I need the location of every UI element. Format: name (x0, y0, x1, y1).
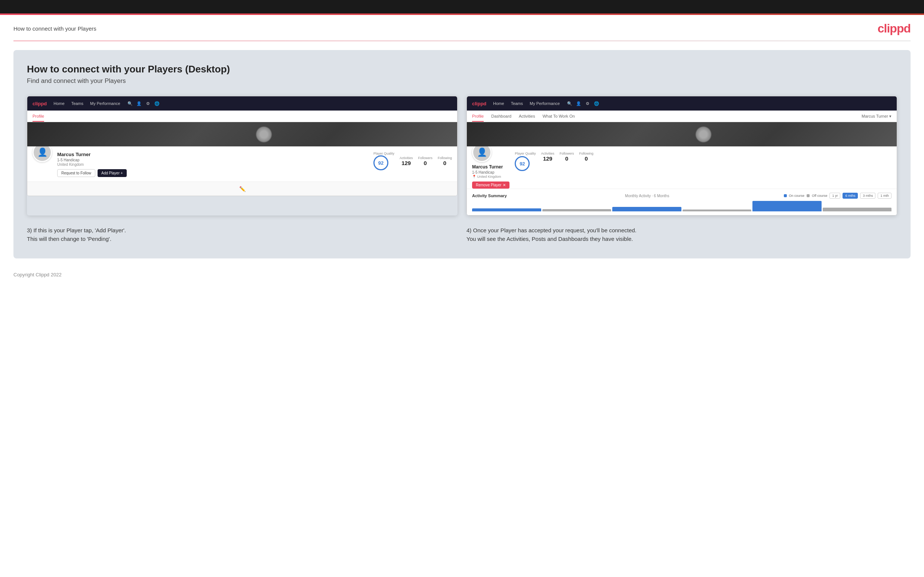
main-title: How to connect with your Players (Deskto… (27, 63, 897, 75)
activity-summary: Activity Summary Monthly Activity · 6 Mo… (467, 189, 897, 215)
settings-icon-right[interactable]: ⚙ (585, 100, 591, 106)
profile-buttons-left: Request to Follow Add Player + (57, 169, 368, 177)
activity-header: Activity Summary Monthly Activity · 6 Mo… (472, 193, 892, 199)
tab-activities-right[interactable]: Activities (519, 111, 535, 122)
filter-6mths-button[interactable]: 6 mths (843, 193, 858, 199)
nav-icons-left: 🔍 👤 ⚙ 🌐 (127, 100, 160, 106)
profile-area-right: 👤 Marcus Turner 1-5 Handicap 📍 United Ki… (467, 147, 897, 189)
profile-left-col: 👤 Marcus Turner 1-5 Handicap 📍 United Ki… (472, 150, 509, 189)
user-icon[interactable]: 👤 (136, 100, 142, 106)
caption-left: 3) If this is your Player tap, 'Add Play… (27, 226, 457, 243)
caption-right: 4) Once your Player has accepted your re… (467, 226, 897, 243)
bar-5 (753, 201, 822, 211)
pencil-area: ✏️ (27, 182, 457, 196)
main-content: How to connect with your Players (Deskto… (13, 50, 911, 258)
hero-banner-right (467, 122, 897, 147)
following-stat-right: Following 0 (579, 152, 593, 162)
tab-dashboard-right[interactable]: Dashboard (491, 111, 511, 122)
search-icon[interactable]: 🔍 (127, 100, 133, 106)
copyright-text: Copyright Clippd 2022 (13, 272, 62, 277)
activities-stat-left: Activities 129 (400, 156, 413, 166)
player-name-left: Marcus Turner (57, 152, 368, 157)
off-course-legend-label: Off course (812, 194, 827, 198)
user-icon-right[interactable]: 👤 (576, 100, 582, 106)
profile-info-left: Marcus Turner 1-5 Handicap United Kingdo… (57, 150, 368, 177)
description-right: 4) Once your Player has accepted your re… (467, 226, 897, 243)
bar-3 (612, 207, 682, 211)
screenshot-left: clippd Home Teams My Performance 🔍 👤 ⚙ 🌐… (27, 96, 457, 216)
nav-teams-left[interactable]: Teams (71, 101, 83, 106)
followers-stat-left: Followers 0 (418, 156, 433, 166)
player-handicap-right: 1-5 Handicap (472, 170, 509, 174)
mock-browser-right: clippd Home Teams My Performance 🔍 👤 ⚙ 🌐… (467, 96, 897, 216)
clippd-logo: clippd (878, 22, 911, 35)
bar-2 (542, 209, 612, 211)
tab-profile-right[interactable]: Profile (472, 111, 484, 122)
remove-player-button[interactable]: Remove Player ✕ (472, 182, 509, 189)
stats-row-left: Player Quality 92 Activities 129 Followe… (373, 150, 452, 170)
page-footer: Copyright Clippd 2022 (0, 268, 924, 282)
player-quality-left: Player Quality 92 (373, 152, 394, 170)
navbar-left: clippd Home Teams My Performance 🔍 👤 ⚙ 🌐 (27, 96, 457, 111)
quality-circle-right: 92 (515, 156, 530, 171)
on-course-legend-dot (784, 194, 787, 197)
player-location-right: 📍 United Kingdom (472, 175, 509, 179)
nav-teams-right[interactable]: Teams (511, 101, 523, 106)
activity-filters: On course Off course 1 yr 6 mths 3 mths … (784, 193, 892, 199)
nav-home-right[interactable]: Home (493, 101, 504, 106)
tab-what-to-work-on-right[interactable]: What To Work On (542, 111, 575, 122)
settings-icon[interactable]: ⚙ (145, 100, 151, 106)
header-divider (13, 41, 911, 41)
globe-icon[interactable]: 🌐 (154, 100, 160, 106)
nav-home-left[interactable]: Home (53, 101, 64, 106)
nav-my-performance-right[interactable]: My Performance (530, 101, 560, 106)
description-row: 3) If this is your Player tap, 'Add Play… (27, 226, 897, 243)
player-handicap-left: 1-5 Handicap (57, 158, 368, 162)
tab-profile-left[interactable]: Profile (32, 111, 44, 122)
player-name-dropdown[interactable]: Marcus Turner ▾ (862, 114, 892, 119)
nav-logo-right: clippd (472, 101, 486, 106)
profile-area-left: 👤 Marcus Turner 1-5 Handicap United King… (27, 147, 457, 182)
screenshots-row: clippd Home Teams My Performance 🔍 👤 ⚙ 🌐… (27, 96, 897, 216)
bar-6 (823, 208, 892, 211)
filter-1mth-button[interactable]: 1 mth (878, 193, 892, 199)
mock-browser-left: clippd Home Teams My Performance 🔍 👤 ⚙ 🌐… (27, 96, 457, 196)
nav-logo-left: clippd (32, 101, 47, 106)
nav-icons-right: 🔍 👤 ⚙ 🌐 (567, 100, 599, 106)
filter-3mths-button[interactable]: 3 mths (860, 193, 876, 199)
quality-label-left: Player Quality (373, 152, 394, 155)
player-location-left: United Kingdom (57, 163, 368, 166)
tabs-bar-left: Profile (27, 111, 457, 122)
activity-title: Activity Summary (472, 193, 507, 198)
avatar-icon-left: 👤 (37, 148, 47, 157)
profile-right-col: Player Quality 92 Activities 129 Followe… (515, 150, 892, 171)
on-course-legend-label: On course (789, 194, 805, 198)
screenshot-right: clippd Home Teams My Performance 🔍 👤 ⚙ 🌐… (467, 96, 897, 216)
remove-x-icon: ✕ (503, 183, 506, 187)
activity-chart (472, 201, 892, 211)
breadcrumb: How to connect with your Players (13, 26, 97, 32)
navbar-right: clippd Home Teams My Performance 🔍 👤 ⚙ 🌐 (467, 96, 897, 111)
bar-4 (683, 210, 752, 211)
filter-1yr-button[interactable]: 1 yr (829, 193, 840, 199)
followers-stat-right: Followers 0 (560, 152, 574, 162)
player-quality-right: Player Quality 92 (515, 152, 536, 171)
remove-player-button-wrap: Remove Player ✕ (472, 182, 509, 189)
page-subtitle: Find and connect with your Players (27, 77, 897, 85)
avatar-icon-right: 👤 (477, 148, 487, 157)
player-name-right: Marcus Turner (472, 164, 509, 169)
request-to-follow-button[interactable]: Request to Follow (57, 169, 95, 177)
globe-icon-right[interactable]: 🌐 (594, 100, 599, 106)
page-header: How to connect with your Players clippd (0, 15, 924, 41)
activities-stat-right: Activities 129 (541, 152, 554, 162)
hero-banner-left (27, 122, 457, 147)
following-stat-left: Following 0 (438, 156, 452, 166)
activity-subtitle: Monthly Activity · 6 Months (625, 194, 669, 198)
search-icon-right[interactable]: 🔍 (567, 100, 573, 106)
off-course-legend-dot (807, 194, 809, 197)
add-player-button[interactable]: Add Player + (98, 169, 127, 177)
nav-my-performance-left[interactable]: My Performance (90, 101, 120, 106)
pencil-icon: ✏️ (239, 186, 246, 192)
top-bar (0, 0, 924, 13)
bar-1 (472, 208, 541, 211)
